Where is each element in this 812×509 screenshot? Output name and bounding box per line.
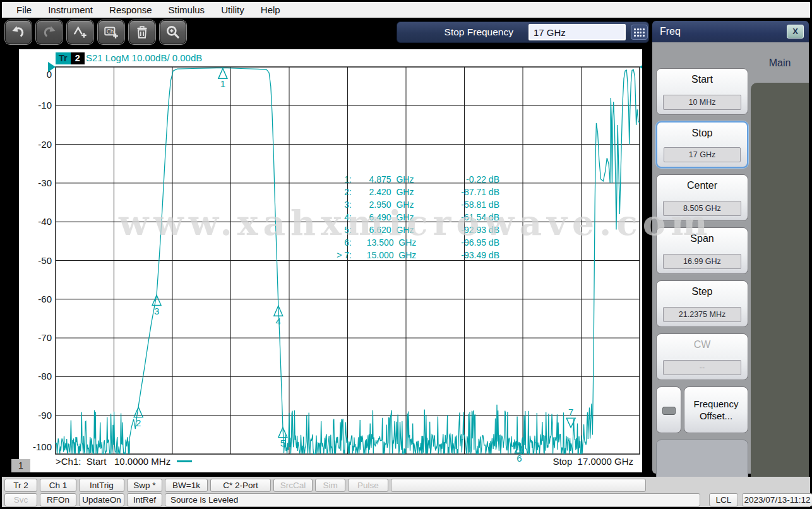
status-datetime: 2023/07/13-11:12 bbox=[742, 493, 812, 506]
freq-softkey-panel: Freq X Main Start 10 MHz Stop 17 GHz Cen… bbox=[652, 21, 809, 474]
cw-softkey: CW -- bbox=[656, 333, 748, 380]
menu-instrument[interactable]: Instrument bbox=[40, 4, 101, 15]
stop-frequency-label: Stop Frequency bbox=[430, 27, 513, 38]
channel-stimulus-start: >Ch1: Start 10.0000 MHz bbox=[56, 456, 192, 467]
y-axis-tick: -70 bbox=[38, 332, 52, 343]
marker-table-row: 2:2.420 GHz-87.71 dB bbox=[306, 186, 499, 198]
menu-response[interactable]: Response bbox=[101, 4, 160, 15]
y-axis-tick: -60 bbox=[38, 294, 52, 304]
y-axis-tick: -80 bbox=[38, 371, 52, 381]
zoom-button[interactable] bbox=[160, 20, 186, 44]
frequency-offset-toggle[interactable] bbox=[656, 386, 681, 433]
y-axis-tick: -50 bbox=[38, 255, 52, 266]
step-value: 21.2375 MHz bbox=[663, 307, 741, 322]
marker-label: 6 bbox=[516, 453, 522, 464]
y-axis-tick: -100 bbox=[33, 441, 52, 452]
span-value: 16.99 GHz bbox=[663, 254, 741, 269]
menu-help[interactable]: Help bbox=[253, 4, 289, 15]
status-sim: Sim bbox=[315, 479, 345, 492]
center-value: 8.505 GHz bbox=[663, 201, 741, 216]
tab-content-area bbox=[751, 83, 809, 491]
y-axis-tick: -20 bbox=[38, 139, 52, 150]
status-reference[interactable]: IntRef bbox=[127, 493, 162, 506]
status-spacer bbox=[391, 479, 646, 492]
frequency-offset-softkey[interactable]: Frequency Offset... bbox=[684, 386, 748, 433]
menu-stimulus[interactable]: Stimulus bbox=[160, 4, 213, 15]
status-update[interactable]: UpdateOn bbox=[79, 493, 124, 506]
marker-label: 4 bbox=[276, 316, 281, 326]
undo-icon bbox=[10, 24, 27, 40]
marker-table-row: 3:2.950 GHz-58.81 dB bbox=[306, 198, 499, 211]
tab-main[interactable]: Main bbox=[751, 54, 809, 73]
marker-table-row: 4:6.490 GHz-61.54 dB bbox=[306, 211, 499, 224]
status-svc: Svc bbox=[4, 493, 37, 506]
center-softkey[interactable]: Center 8.505 GHz bbox=[656, 174, 748, 221]
span-softkey[interactable]: Span 16.99 GHz bbox=[656, 227, 748, 274]
marker-table-row: 1:4.875 GHz-0.22 dB bbox=[306, 173, 499, 186]
trace-color-swatch bbox=[177, 460, 192, 462]
status-bar: Tr 2 Ch 1 IntTrig Swp * BW=1k C* 2-Port … bbox=[2, 477, 810, 507]
marker-label: 1 bbox=[220, 78, 225, 89]
plot-area: 0-10-20-30-40-50-60-70-80-90-1001234567 … bbox=[19, 49, 642, 472]
trace-badge-num: 2 bbox=[71, 52, 85, 64]
add-marker-icon bbox=[72, 24, 88, 40]
stop-frequency-entry: Stop Frequency bbox=[397, 21, 649, 43]
status-lcl[interactable]: LCL bbox=[709, 493, 738, 506]
panel-title: Freq bbox=[652, 21, 809, 42]
trace-badge[interactable]: Tr 2 bbox=[56, 52, 85, 64]
keypad-button[interactable] bbox=[631, 25, 648, 40]
status-pulse: Pulse bbox=[348, 479, 388, 492]
y-axis-tick: -30 bbox=[38, 177, 52, 188]
status-sweep[interactable]: Swp * bbox=[127, 479, 162, 492]
marker-table-row: > 7:15.000 GHz-93.49 dB bbox=[306, 249, 499, 261]
y-axis-tick: -40 bbox=[38, 216, 52, 227]
marker-glyph[interactable] bbox=[218, 68, 227, 78]
status-cal[interactable]: C* 2-Port bbox=[210, 479, 271, 492]
delete-button[interactable] bbox=[129, 20, 155, 44]
status-message: Source is Leveled bbox=[165, 493, 700, 506]
status-bandwidth[interactable]: BW=1k bbox=[165, 479, 208, 492]
menu-utility[interactable]: Utility bbox=[213, 4, 253, 15]
close-icon[interactable]: X bbox=[787, 25, 804, 39]
status-rf[interactable]: RFOn bbox=[40, 493, 76, 506]
trash-icon bbox=[134, 24, 150, 40]
panel-body: Main Start 10 MHz Stop 17 GHz Center 8.5… bbox=[652, 42, 809, 474]
undo-button[interactable] bbox=[5, 20, 32, 44]
step-softkey[interactable]: Step 21.2375 MHz bbox=[656, 280, 748, 327]
trace-title: S21 LogM 10.00dB/ 0.00dB bbox=[86, 52, 202, 63]
stop-value: 17 GHz bbox=[664, 147, 741, 162]
marker-label: 5 bbox=[280, 438, 285, 448]
marker-label: 2 bbox=[136, 417, 141, 428]
channel-badge[interactable]: 1 bbox=[11, 459, 30, 472]
add-channel-button[interactable]: Ch bbox=[98, 20, 124, 44]
start-value: 10 MHz bbox=[663, 95, 741, 110]
menu-file[interactable]: File bbox=[8, 4, 40, 15]
status-channel[interactable]: Ch 1 bbox=[40, 479, 76, 492]
marker-table: 1:4.875 GHz-0.22 dB 2:2.420 GHz-87.71 dB… bbox=[306, 173, 499, 261]
status-trigger[interactable]: IntTrig bbox=[79, 479, 124, 492]
marker-table-row: 6:13.500 GHz-96.95 dB bbox=[306, 236, 499, 249]
add-marker-button[interactable] bbox=[67, 20, 93, 44]
svg-text:Ch: Ch bbox=[107, 28, 114, 35]
y-axis-tick: -90 bbox=[38, 410, 52, 421]
redo-button[interactable] bbox=[36, 20, 63, 44]
status-srccal: SrcCal bbox=[273, 479, 313, 492]
channel-stimulus-stop: Stop 17.0000 GHz bbox=[552, 456, 633, 467]
menu-bar: File Instrument Response Stimulus Utilit… bbox=[2, 2, 810, 18]
marker-label: 7 bbox=[568, 407, 573, 417]
marker-table-row: 5:6.620 GHz-92.93 dB bbox=[306, 224, 499, 236]
redo-icon bbox=[41, 24, 57, 40]
status-trace[interactable]: Tr 2 bbox=[4, 479, 37, 492]
add-channel-icon: Ch bbox=[103, 24, 119, 40]
vna-application-window: File Instrument Response Stimulus Utilit… bbox=[0, 0, 812, 509]
start-softkey[interactable]: Start 10 MHz bbox=[656, 68, 748, 115]
trace-badge-tr: Tr bbox=[56, 52, 71, 64]
y-axis-tick: -10 bbox=[38, 100, 52, 111]
marker-label: 3 bbox=[154, 306, 159, 316]
toggle-indicator-icon bbox=[662, 407, 676, 415]
stop-frequency-input[interactable] bbox=[528, 24, 626, 40]
stop-softkey[interactable]: Stop 17 GHz bbox=[656, 121, 748, 168]
cw-value: -- bbox=[663, 360, 741, 375]
zoom-in-icon bbox=[165, 24, 181, 40]
